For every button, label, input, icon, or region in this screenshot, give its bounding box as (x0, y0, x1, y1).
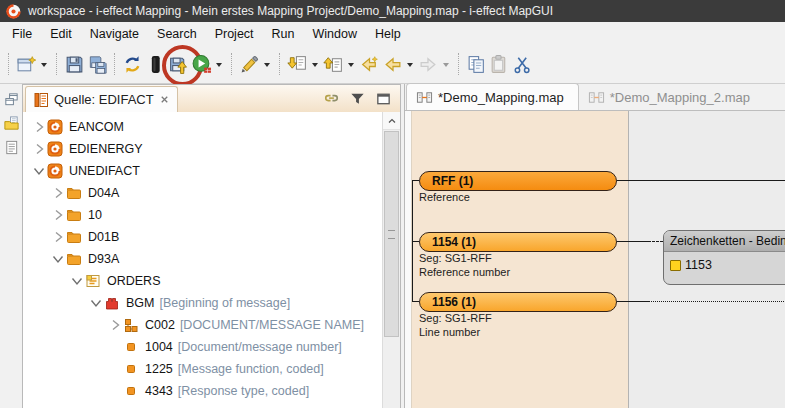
forward-button[interactable] (417, 49, 453, 80)
tree-item[interactable]: EANCOM (23, 116, 380, 138)
node-subline: Line number (419, 326, 617, 340)
dropdown-caret-icon[interactable] (407, 63, 413, 67)
highlight-button[interactable] (238, 49, 274, 80)
binary-view-button[interactable] (144, 49, 167, 80)
mapping-node[interactable]: 1154 (1) Seg: SG1-RFF Reference number (419, 232, 617, 279)
bracket-stub (412, 241, 419, 242)
tree-item[interactable]: ORDERS (23, 270, 380, 292)
node-pill[interactable]: 1156 (1) (419, 292, 617, 312)
chevron-right-icon[interactable] (50, 229, 66, 245)
download-button[interactable] (286, 49, 322, 80)
chevron-right-icon[interactable] (31, 119, 47, 135)
copy-icon (466, 54, 487, 75)
node-pill[interactable]: 1154 (1) (419, 232, 617, 252)
dropdown-caret-icon[interactable] (264, 63, 270, 67)
tree-item[interactable]: D93A (23, 248, 380, 270)
mapping-canvas[interactable]: RFF (1) Reference 1154 (1) Seg: SG1-RFF … (405, 111, 785, 408)
chevron-right-icon[interactable] (50, 207, 66, 223)
scroll-up-button[interactable] (383, 112, 400, 130)
toolbar-separator (231, 53, 233, 75)
menu-item[interactable]: Search (148, 24, 206, 44)
tree-item[interactable]: DTM [Date/time/period] (23, 402, 380, 408)
menu-item[interactable]: Run (263, 24, 304, 44)
chevron-slot[interactable] (107, 339, 123, 355)
node-pill[interactable]: RFF (1) (419, 171, 617, 191)
function-box-item[interactable]: 1153 (685, 258, 712, 272)
refresh-button[interactable] (121, 49, 144, 80)
menu-item[interactable]: Window (304, 24, 366, 44)
last-edit-location-button[interactable] (358, 49, 381, 80)
dropdown-caret-icon[interactable] (312, 63, 318, 67)
menu-item[interactable]: Project (206, 24, 263, 44)
dropdown-caret-icon[interactable] (41, 63, 47, 67)
node-subline: Reference number (419, 266, 617, 280)
menu-item[interactable]: Help (366, 24, 410, 44)
folder-icon (66, 185, 83, 201)
filter-icon[interactable] (349, 90, 366, 107)
tree-item[interactable]: 1004 [Document/message number] (23, 336, 380, 358)
link-with-editor-icon[interactable] (323, 90, 340, 107)
chevron-down-icon[interactable] (88, 295, 104, 311)
editor-tab-label: *Demo_Mapping_2.map (610, 90, 750, 105)
function-box-body: 1153 (664, 252, 785, 278)
tree-item[interactable]: D01B (23, 226, 380, 248)
scrollbar-thumb[interactable] (384, 131, 399, 337)
menu-item[interactable]: Edit (41, 24, 81, 44)
upload-button[interactable] (322, 49, 358, 80)
mapping-node[interactable]: RFF (1) Reference (419, 171, 617, 205)
element-icon (123, 383, 140, 399)
new-button[interactable] (15, 49, 51, 80)
dropdown-caret-icon[interactable] (348, 63, 354, 67)
chevron-down-icon[interactable] (31, 163, 47, 179)
function-box-title[interactable]: Zeichenketten - Beding (664, 231, 785, 252)
element-marker-icon (670, 260, 681, 271)
tree-item[interactable]: UNEDIFACT (23, 160, 380, 182)
folder-icon (66, 229, 83, 245)
menu-item[interactable]: File (3, 24, 41, 44)
restore-views-icon[interactable] (3, 91, 20, 108)
tree-item[interactable]: C002 [DOCUMENT/MESSAGE NAME] (23, 314, 380, 336)
save-all-button[interactable] (86, 49, 109, 80)
tree-item[interactable]: BGM [Beginning of message] (23, 292, 380, 314)
paste-button[interactable] (488, 49, 511, 80)
save-and-upload-button[interactable] (167, 49, 190, 80)
tree-item[interactable]: 10 (23, 204, 380, 226)
tree-item-label: D04A (88, 186, 119, 200)
tab-quelle-edifact[interactable]: Quelle: EDIFACT (25, 86, 178, 112)
back-button[interactable] (381, 49, 417, 80)
chevron-slot[interactable] (107, 361, 123, 377)
chevron-right-icon[interactable] (107, 317, 123, 333)
projects-view-icon[interactable] (3, 115, 20, 132)
tree-item-label: BGM (126, 296, 154, 310)
tree-item-label: ORDERS (107, 274, 160, 288)
outline-view-icon[interactable] (3, 139, 20, 156)
tree-item-description: [Response type, coded] (178, 384, 309, 398)
copy-button[interactable] (465, 49, 488, 80)
chevron-down-icon[interactable] (69, 273, 85, 289)
chevron-down-icon[interactable] (50, 251, 66, 267)
tree-item[interactable]: EDIENERGY (23, 138, 380, 160)
tree-scrollbar[interactable] (382, 112, 400, 408)
tree-item[interactable]: D04A (23, 182, 380, 204)
maximize-icon[interactable] (375, 90, 392, 107)
function-box[interactable]: Zeichenketten - Beding 1153 (663, 230, 785, 285)
mapping-node[interactable]: 1156 (1) Seg: SG1-RFF Line number (419, 292, 617, 339)
close-icon[interactable] (159, 94, 170, 105)
dropdown-caret-icon[interactable] (443, 63, 449, 67)
cut-icon (512, 54, 533, 75)
toolbar-separator (458, 53, 460, 75)
dropdown-caret-icon[interactable] (216, 63, 222, 67)
chevron-right-icon[interactable] (31, 141, 47, 157)
node-subline: Seg: SG1-RFF (419, 312, 617, 326)
cut-button[interactable] (511, 49, 534, 80)
tree-item[interactable]: 1225 [Message function, coded] (23, 358, 380, 380)
editor-tab[interactable]: *Demo_Mapping_2.map (579, 84, 759, 110)
menu-item[interactable]: Navigate (81, 24, 148, 44)
chevron-slot[interactable] (107, 383, 123, 399)
tree-item[interactable]: 4343 [Response type, coded] (23, 380, 380, 402)
run-button[interactable] (190, 49, 226, 80)
editor-tab[interactable]: *Demo_Mapping.map (406, 83, 579, 110)
save-button[interactable] (63, 49, 86, 80)
new-wizard-icon (16, 54, 37, 75)
chevron-right-icon[interactable] (50, 185, 66, 201)
